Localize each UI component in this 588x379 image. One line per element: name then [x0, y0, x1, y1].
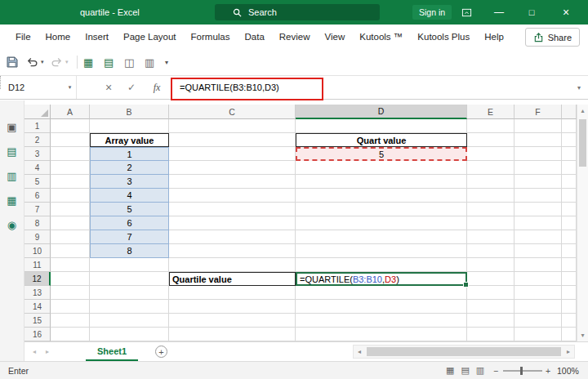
cell-B5[interactable]: 3: [90, 175, 169, 189]
cell-D13[interactable]: [296, 286, 467, 300]
tab-page-layout[interactable]: Page Layout: [116, 25, 184, 49]
cell-E16[interactable]: [467, 328, 514, 341]
cell-E12[interactable]: [467, 272, 514, 286]
nav-names-icon[interactable]: ▦: [7, 195, 16, 206]
vertical-scroll-thumb[interactable]: [579, 119, 586, 167]
cell-C6[interactable]: [169, 189, 296, 203]
cell-F15[interactable]: [514, 314, 562, 328]
cell-C1[interactable]: [169, 119, 296, 133]
nav-columns-icon[interactable]: ▥: [7, 171, 16, 181]
cell-A2[interactable]: [51, 133, 90, 147]
page-break-view-icon[interactable]: ▥: [476, 365, 484, 376]
cell-D6[interactable]: [296, 189, 467, 203]
select-all-corner[interactable]: [24, 105, 51, 119]
qat-customize-icon[interactable]: ▾: [165, 49, 168, 75]
cell-partial[interactable]: [562, 147, 577, 161]
cell-E2[interactable]: [467, 133, 514, 147]
row-header-15[interactable]: 15: [24, 314, 51, 328]
column-header-B[interactable]: B: [90, 105, 169, 119]
qat-cells-icon[interactable]: ▥: [145, 49, 154, 75]
cell-C2[interactable]: [169, 133, 296, 147]
cell-B1[interactable]: [90, 119, 169, 133]
scroll-left-icon[interactable]: ◂: [354, 348, 365, 355]
cell-E14[interactable]: [467, 300, 514, 314]
row-header-5[interactable]: 5: [24, 175, 51, 189]
cell-A3[interactable]: [51, 147, 90, 161]
cell-E3[interactable]: [467, 147, 514, 161]
cell-D7[interactable]: [296, 203, 467, 216]
cell-D12[interactable]: =QUARTILE(B3:B10,D3): [296, 272, 467, 286]
tab-view[interactable]: View: [318, 25, 353, 49]
row-header-10[interactable]: 10: [24, 244, 51, 258]
redo-button[interactable]: [51, 49, 63, 75]
tab-review[interactable]: Review: [272, 25, 318, 49]
cell-F12[interactable]: [514, 272, 562, 286]
row-header-14[interactable]: 14: [24, 300, 51, 314]
cell-D14[interactable]: [296, 300, 467, 314]
cell-D3[interactable]: 5: [296, 147, 467, 161]
search-box[interactable]: Search: [215, 4, 380, 20]
cell-F6[interactable]: [514, 189, 562, 203]
horizontal-scrollbar[interactable]: ◂ ▸: [353, 345, 575, 359]
cell-A4[interactable]: [51, 161, 90, 175]
enter-icon[interactable]: ✓: [121, 76, 142, 99]
cell-partial[interactable]: [562, 244, 577, 258]
row-header-2[interactable]: 2: [24, 133, 51, 147]
cell-F5[interactable]: [514, 175, 562, 189]
name-box-dropdown-icon[interactable]: ▾: [64, 76, 77, 99]
scroll-right-icon[interactable]: ▸: [563, 348, 574, 355]
cell-E9[interactable]: [467, 230, 514, 244]
tab-kutools[interactable]: Kutools ™: [352, 25, 410, 49]
share-button[interactable]: Share: [525, 28, 580, 47]
cell-C8[interactable]: [169, 216, 296, 230]
cell-C16[interactable]: [169, 328, 296, 341]
cell-B7[interactable]: 5: [90, 203, 169, 216]
zoom-out-icon[interactable]: −: [493, 362, 498, 379]
nav-find-icon[interactable]: ◉: [7, 220, 16, 230]
row-header-3[interactable]: 3: [24, 147, 51, 161]
cell-E11[interactable]: [467, 258, 514, 272]
cell-F3[interactable]: [514, 147, 562, 161]
cell-F11[interactable]: [514, 258, 562, 272]
fill-handle[interactable]: [463, 282, 469, 288]
nav-worksheet-icon[interactable]: ▤: [7, 146, 16, 157]
cell-C7[interactable]: [169, 203, 296, 216]
ribbon-display-options-button[interactable]: [454, 0, 479, 25]
cell-partial[interactable]: [562, 175, 577, 189]
cell-A5[interactable]: [51, 175, 90, 189]
nav-workbook-icon[interactable]: ▣: [7, 122, 16, 132]
formula-bar-text[interactable]: =QUARTILE(B3:B10,D3): [172, 76, 570, 99]
cell-E13[interactable]: [467, 286, 514, 300]
tab-file[interactable]: File: [8, 25, 38, 49]
cell-E10[interactable]: [467, 244, 514, 258]
qat-table-icon[interactable]: ▦: [83, 49, 93, 75]
tab-home[interactable]: Home: [38, 25, 78, 49]
cell-E4[interactable]: [467, 161, 514, 175]
cell-B14[interactable]: [90, 300, 169, 314]
formula-bar-expand-icon[interactable]: ▾: [572, 76, 586, 99]
redo-dropdown-icon[interactable]: ▾: [65, 49, 69, 75]
row-header-1[interactable]: 1: [24, 119, 51, 133]
cell-partial[interactable]: [562, 300, 577, 314]
cell-partial[interactable]: [562, 314, 577, 328]
cell-C11[interactable]: [169, 258, 296, 272]
cell-partial[interactable]: [562, 133, 577, 147]
column-header-E[interactable]: E: [467, 105, 514, 119]
row-header-8[interactable]: 8: [24, 216, 51, 230]
zoom-slider-track[interactable]: [503, 370, 542, 372]
close-button[interactable]: ×: [554, 0, 578, 25]
vertical-scrollbar[interactable]: ▴ ▾: [577, 105, 588, 341]
cell-D11[interactable]: [296, 258, 467, 272]
cell-B9[interactable]: 7: [90, 230, 169, 244]
sheet-tab-sheet1[interactable]: Sheet1: [86, 342, 138, 361]
cell-B3[interactable]: 1: [90, 147, 169, 161]
cell-partial[interactable]: [562, 328, 577, 341]
normal-view-icon[interactable]: ▦: [446, 365, 454, 376]
cell-A7[interactable]: [51, 203, 90, 216]
undo-dropdown-icon[interactable]: ▾: [41, 49, 44, 75]
tab-help[interactable]: Help: [477, 25, 511, 49]
qat-view-icon[interactable]: ◫: [124, 49, 134, 75]
minimize-button[interactable]: —: [487, 0, 511, 25]
cell-E6[interactable]: [467, 189, 514, 203]
row-header-16[interactable]: 16: [24, 328, 51, 341]
